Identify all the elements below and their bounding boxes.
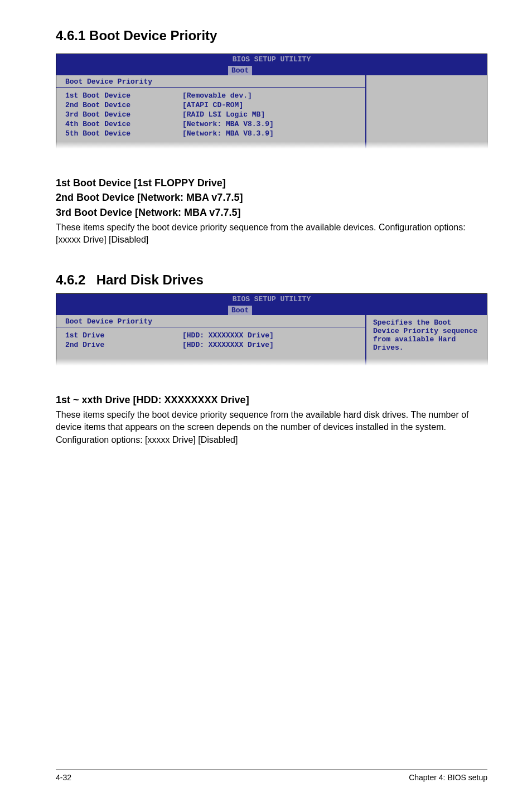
bios2-tab: Boot [228,306,252,315]
bios-screenshot-hard-disk: BIOS SETUP UTILITY Boot Boot Device Prio… [56,293,487,369]
bios1-panel-heading: Boot Device Priority [65,78,360,86]
para2-body: These items specify the boot device prio… [56,409,487,446]
bios1-row-label: 1st Boot Device [65,91,182,100]
footer-left: 4-32 [56,773,71,782]
section-2-title: 4.6.2 Hard Disk Drives [56,272,487,288]
bios1-right-panel [365,75,487,152]
bios2-divider [56,327,365,327]
bios2-row-value: [HDD: XXXXXXXX Drive] [182,340,360,350]
bios2-panel-heading: Boot Device Priority [65,317,360,326]
bios2-row: 1st Drive[HDD: XXXXXXXX Drive] [65,331,360,340]
page-footer: 4-32 Chapter 4: BIOS setup [56,769,487,782]
bios1-row-value: [Removable dev.] [182,91,360,100]
bios1-tab: Boot [228,66,252,75]
bios1-row: 1st Boot Device[Removable dev.] [65,91,360,100]
section-1-name: Boot Device Priority [89,28,217,43]
bios1-row-label: 5th Boot Device [65,129,182,138]
bios1-left-panel: Boot Device Priority 1st Boot Device[Rem… [56,75,365,152]
bios1-title: BIOS SETUP UTILITY [233,55,311,64]
para1-body: These items specify the boot device prio… [56,221,487,247]
footer-right: Chapter 4: BIOS setup [409,773,487,782]
bios-screenshot-boot-priority: BIOS SETUP UTILITY Boot Boot Device Prio… [56,54,487,152]
bios1-row-label: 4th Boot Device [65,119,182,129]
bios1-row: 4th Boot Device[Network: MBA V8.3.9] [65,119,360,129]
bios1-row-value: [ATAPI CD-ROM] [182,100,360,110]
bios1-row-label: 2nd Boot Device [65,100,182,110]
bios1-fade [56,142,487,152]
bios2-row-value: [HDD: XXXXXXXX Drive] [182,331,360,340]
bios1-header: BIOS SETUP UTILITY Boot [56,54,487,75]
bios2-help-text: Specifies the Boot Device Priority seque… [373,318,477,352]
bios1-row: 3rd Boot Device[RAID LSI Logic MB] [65,110,360,119]
bios2-title: BIOS SETUP UTILITY [233,295,311,303]
bios2-header: BIOS SETUP UTILITY Boot [56,293,487,315]
bios1-row-label: 3rd Boot Device [65,110,182,119]
bios1-row: 5th Boot Device[Network: MBA V8.3.9] [65,129,360,138]
bios1-body: Boot Device Priority 1st Boot Device[Rem… [56,75,487,152]
bios1-row-value: [Network: MBA V8.3.9] [182,119,360,129]
para1-heading2: 2nd Boot Device [Network: MBA v7.7.5] [56,191,487,204]
bios2-row-label: 1st Drive [65,331,182,340]
bios1-row-value: [RAID LSI Logic MB] [182,110,360,119]
bios2-row: 2nd Drive[HDD: XXXXXXXX Drive] [65,340,360,350]
section-1-title: 4.6.1 Boot Device Priority [56,28,487,44]
bios1-row-value: [Network: MBA V8.3.9] [182,129,360,138]
section-2-name: Hard Disk Drives [96,272,204,287]
bios2-row-label: 2nd Drive [65,340,182,350]
para2-heading1: 1st ~ xxth Drive [HDD: XXXXXXXX Drive] [56,393,487,407]
bios2-fade [56,359,487,369]
para1-heading3: 3rd Boot Device [Network: MBA v7.7.5] [56,206,487,219]
section-1-number: 4.6.1 [56,28,85,43]
para1-heading1: 1st Boot Device [1st FLOPPY Drive] [56,176,487,190]
bios1-row: 2nd Boot Device[ATAPI CD-ROM] [65,100,360,110]
section-2-number: 4.6.2 [56,272,85,287]
bios1-divider [56,87,365,88]
